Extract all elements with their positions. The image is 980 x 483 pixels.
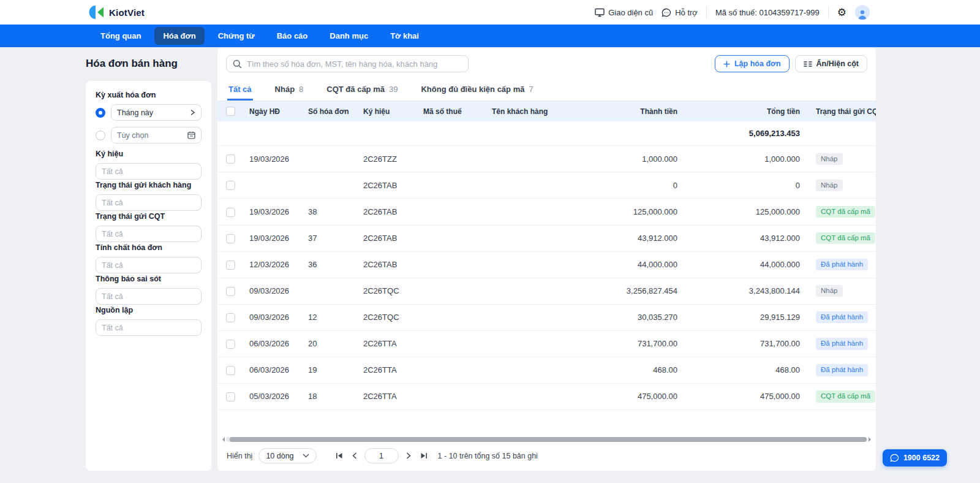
invoice-row[interactable]: 09/03/2026 12 2C26TQC 30,035.270 29,915.… — [217, 304, 876, 330]
filter-select[interactable] — [96, 194, 202, 211]
page-size-select[interactable]: 10 dòng — [258, 448, 316, 463]
page-number-input[interactable] — [364, 448, 399, 463]
radio-this-month[interactable] — [96, 108, 105, 118]
status-tab[interactable]: Nháp 8 — [274, 79, 305, 101]
last-page-icon[interactable] — [418, 452, 429, 459]
status-badge: CQT đã cấp mã — [816, 232, 875, 245]
search-input[interactable] — [247, 59, 462, 69]
filter-group: Thông báo sai sót — [96, 275, 202, 305]
filter-select[interactable] — [96, 319, 202, 336]
kiotviet-logo: KiotViet — [89, 5, 145, 20]
cell-customer — [484, 225, 558, 251]
first-page-icon[interactable] — [334, 452, 345, 459]
nav-item[interactable]: Danh mục — [321, 27, 377, 45]
row-checkbox[interactable] — [226, 366, 235, 375]
old-interface-link[interactable]: Giao diện cũ — [595, 8, 653, 17]
hotline-button[interactable]: 1900 6522 — [883, 449, 947, 466]
col-header-total: Tổng tiền — [685, 101, 807, 121]
prev-page-icon[interactable] — [350, 452, 359, 459]
avatar[interactable] — [855, 5, 870, 20]
invoice-row[interactable]: 05/03/2026 18 2C26TTA 475,000.00 475,000… — [217, 383, 876, 409]
create-invoice-button[interactable]: Lập hóa đơn — [715, 55, 790, 72]
filter-label: Thông báo sai sót — [96, 275, 202, 283]
invoice-row[interactable]: 12/03/2026 36 2C26TAB 44,000.000 44,000.… — [217, 251, 876, 278]
cell-symbol: 2C26TTA — [356, 330, 416, 357]
cell-total: 43,912.000 — [685, 225, 807, 251]
invoice-row[interactable]: 19/03/2026 37 2C26TAB 43,912.000 43,912.… — [217, 225, 876, 251]
filter-select[interactable] — [96, 257, 202, 273]
hotline-chat-icon — [890, 454, 899, 462]
row-checkbox[interactable] — [226, 313, 235, 322]
tax-code-label: Mã số thuế: 0104359717-999 — [715, 8, 820, 17]
nav-item[interactable]: Hóa đơn — [154, 27, 204, 45]
status-badge: CQT đã cấp mã — [816, 206, 875, 218]
radio-custom-period[interactable] — [96, 131, 105, 140]
chevron-right-icon — [190, 109, 195, 116]
cell-date: 09/03/2026 — [242, 278, 301, 304]
status-tab[interactable]: Không đủ điều kiện cấp mã 7 — [420, 79, 534, 101]
nav-item[interactable]: Báo cáo — [268, 27, 317, 45]
row-checkbox[interactable] — [226, 154, 235, 164]
scroll-right-arrow-icon[interactable] — [869, 437, 873, 442]
status-tabs: Tất cả Nháp 8 CQT đã cấp mã 39 Không đủ … — [217, 79, 876, 101]
invoice-row[interactable]: 09/03/2026 2C26TQC 3,256,827.454 3,243,8… — [217, 278, 876, 304]
cell-date: 05/03/2026 — [242, 383, 301, 409]
cell-date: 06/03/2026 — [242, 357, 301, 383]
filter-select[interactable] — [96, 288, 202, 305]
page-size-label: Hiển thị — [227, 452, 252, 460]
period-month-selector[interactable]: Tháng này — [111, 104, 202, 121]
chevron-down-icon — [303, 454, 309, 458]
filter-select[interactable] — [96, 163, 202, 180]
status-tab[interactable]: CQT đã cấp mã 39 — [325, 79, 399, 101]
cell-amount: 125,000.000 — [558, 199, 685, 225]
page-title: Hóa đơn bán hàng — [86, 58, 211, 70]
cell-total: 125,000.000 — [685, 199, 807, 225]
scrollbar-thumb[interactable] — [230, 437, 867, 442]
row-checkbox[interactable] — [226, 181, 235, 190]
support-link[interactable]: Hỗ trợ — [662, 8, 698, 17]
row-checkbox[interactable] — [226, 392, 235, 401]
col-header-customer: Tên khách hàng — [484, 101, 558, 121]
filter-group: Trạng thái gửi CQT — [96, 212, 202, 242]
cell-symbol: 2C26TQC — [356, 304, 416, 330]
row-checkbox[interactable] — [226, 234, 235, 243]
cell-number — [301, 172, 356, 199]
status-badge: Nháp — [816, 285, 843, 297]
cell-number — [301, 278, 356, 304]
period-filter-label: Kỳ xuất hóa đơn — [96, 91, 202, 99]
nav-item[interactable]: Tổng quan — [92, 27, 149, 45]
filter-select[interactable] — [96, 226, 202, 242]
status-tab[interactable]: Tất cả — [227, 79, 253, 101]
cell-tax-code — [416, 199, 484, 225]
search-box[interactable] — [226, 55, 469, 72]
cell-amount: 475,000.00 — [558, 383, 685, 409]
next-page-icon[interactable] — [404, 452, 413, 459]
cell-tax-code — [416, 330, 484, 357]
cell-amount: 43,912.000 — [558, 225, 685, 251]
gear-icon[interactable]: ⚙︎ — [837, 7, 846, 18]
invoice-row[interactable]: 19/03/2026 2C26TZZ 1,000.000 1,000.000 N… — [217, 146, 876, 172]
cell-symbol: 2C26TAB — [356, 172, 416, 199]
invoice-row[interactable]: 06/03/2026 20 2C26TTA 731,700.00 731,700… — [217, 330, 876, 357]
nav-item[interactable]: Tờ khai — [382, 27, 428, 45]
status-badge: Đã phát hành — [816, 364, 868, 376]
row-checkbox[interactable] — [226, 287, 235, 296]
horizontal-scrollbar[interactable] — [217, 436, 876, 443]
filter-label: Trạng thái gửi khách hàng — [96, 181, 202, 189]
scroll-left-arrow-icon[interactable] — [220, 437, 225, 442]
nav-item[interactable]: Chứng từ — [209, 27, 263, 45]
cell-number: 18 — [301, 383, 356, 409]
row-checkbox[interactable] — [226, 340, 235, 349]
row-checkbox[interactable] — [226, 208, 235, 217]
invoice-table: Ngày HĐ Số hóa đơn Ký hiệu Mã số thuế Tê… — [217, 101, 876, 410]
period-custom-selector[interactable]: Tùy chọn — [111, 127, 202, 143]
cell-amount: 44,000.000 — [558, 251, 685, 278]
invoice-row[interactable]: 19/03/2026 38 2C26TAB 125,000.000 125,00… — [217, 199, 876, 225]
invoice-row[interactable]: 2C26TAB 0 0 Nháp — [217, 172, 876, 199]
row-checkbox[interactable] — [226, 261, 235, 270]
invoice-row[interactable]: 06/03/2026 19 2C26TTA 468.00 468.00 Đã p… — [217, 357, 876, 383]
toggle-columns-button[interactable]: Ẩn/Hiện cột — [795, 55, 867, 72]
select-all-checkbox[interactable] — [226, 107, 235, 116]
cell-tax-code — [416, 357, 484, 383]
cell-total: 468.00 — [685, 357, 807, 383]
